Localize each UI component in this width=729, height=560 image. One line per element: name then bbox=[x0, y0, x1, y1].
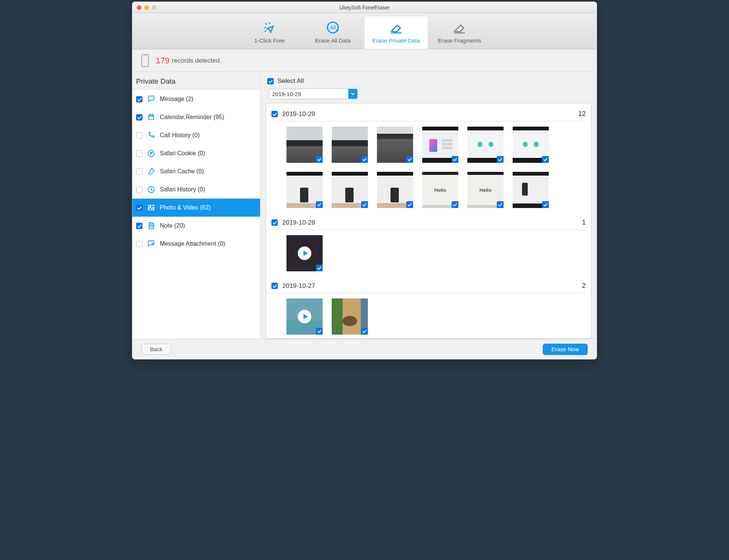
sidebar-item-checkbox[interactable] bbox=[136, 223, 142, 229]
group-date: 2019-10-29 bbox=[282, 110, 315, 118]
group-count: 1 bbox=[582, 219, 586, 226]
group-checkbox[interactable] bbox=[271, 283, 278, 289]
group-header: 2019-10-281 bbox=[271, 216, 586, 230]
note-icon bbox=[146, 221, 156, 231]
thumbnail[interactable] bbox=[332, 172, 368, 208]
sidebar-item-checkbox[interactable] bbox=[136, 96, 142, 103]
sidebar-item-msgattach[interactable]: Message Attachment (0) bbox=[132, 235, 260, 253]
eraser-icon bbox=[368, 20, 425, 35]
thumbnail-checkbox[interactable] bbox=[316, 156, 323, 163]
thumbnail[interactable] bbox=[332, 127, 368, 163]
sidebar-item-calendar[interactable]: Calendar,Reminder (95) bbox=[132, 108, 260, 126]
thumbnail[interactable]: Hello bbox=[422, 172, 458, 208]
sidebar-item-message[interactable]: Message (2) bbox=[132, 90, 260, 108]
sidebar-item-label: Message (2) bbox=[160, 96, 193, 103]
thumbnail[interactable] bbox=[422, 127, 458, 163]
sidebar-item-checkbox[interactable] bbox=[136, 241, 142, 247]
thumbnail[interactable] bbox=[467, 127, 504, 163]
chevron-down-icon bbox=[348, 89, 357, 99]
thumbnail-checkbox[interactable] bbox=[316, 265, 323, 271]
thumbnail[interactable]: Hello bbox=[467, 172, 504, 208]
thumbnail[interactable] bbox=[513, 127, 549, 163]
footer: Back Erase Now bbox=[132, 339, 597, 359]
thumbnail[interactable] bbox=[286, 172, 323, 208]
thumbnail-checkbox[interactable] bbox=[361, 328, 368, 335]
thumbnail-scroll-area[interactable]: 2019-10-2912HelloHello2019-10-2812019-10… bbox=[266, 103, 591, 339]
sidebar: Private Data Message (2)Calendar,Reminde… bbox=[132, 72, 260, 339]
compass-icon bbox=[146, 148, 156, 158]
erase-now-button[interactable]: Erase Now bbox=[543, 344, 588, 355]
sidebar-item-callhist[interactable]: Call History (0) bbox=[132, 126, 260, 144]
brush-icon bbox=[146, 167, 156, 176]
thumbnail-checkbox[interactable] bbox=[316, 328, 323, 335]
select-all-checkbox[interactable] bbox=[267, 78, 274, 84]
tab-erase-private-data[interactable]: Erase Private Data bbox=[364, 16, 428, 49]
group-checkbox[interactable] bbox=[271, 219, 278, 226]
calendar-icon bbox=[146, 112, 156, 122]
cursor-click-icon bbox=[241, 20, 298, 35]
svg-point-2 bbox=[336, 29, 338, 31]
thumbnail-checkbox[interactable] bbox=[452, 156, 458, 163]
date-filter-select[interactable]: 2019-10-29 bbox=[269, 89, 358, 99]
photo-group: 2019-10-2912HelloHello bbox=[271, 107, 586, 208]
sidebar-item-label: Calendar,Reminder (95) bbox=[160, 114, 224, 121]
image-icon bbox=[146, 203, 156, 213]
group-header: 2019-10-2912 bbox=[271, 107, 586, 121]
thumbnail[interactable] bbox=[377, 172, 413, 208]
thumbnail-checkbox[interactable] bbox=[316, 201, 323, 208]
eraser-outline-icon bbox=[431, 20, 488, 35]
thumbnail-checkbox[interactable] bbox=[497, 201, 504, 208]
sidebar-item-checkbox[interactable] bbox=[136, 150, 142, 157]
thumbnail-checkbox[interactable] bbox=[542, 156, 549, 163]
app-title: UkeySoft FoneEraser bbox=[132, 5, 597, 11]
attachment-icon bbox=[146, 239, 156, 249]
sidebar-item-photovid[interactable]: Photo & Video (62) bbox=[132, 199, 260, 217]
thumbnail[interactable] bbox=[286, 298, 323, 335]
main-area: Private Data Message (2)Calendar,Reminde… bbox=[132, 72, 597, 339]
sidebar-item-checkbox[interactable] bbox=[136, 132, 142, 139]
thumb-row: HelloHello bbox=[271, 127, 586, 208]
sidebar-item-cache[interactable]: Safari Cache (0) bbox=[132, 162, 260, 181]
sidebar-item-checkbox[interactable] bbox=[136, 168, 142, 175]
sidebar-item-label: Photo & Video (62) bbox=[160, 204, 211, 211]
content-pane: Select All 2019-10-29 2019-10-2912HelloH… bbox=[260, 72, 597, 339]
thumbnail[interactable] bbox=[286, 235, 323, 271]
sidebar-item-checkbox[interactable] bbox=[136, 114, 142, 121]
thumbnail[interactable] bbox=[286, 127, 323, 163]
thumbnail-checkbox[interactable] bbox=[452, 201, 458, 208]
tab-erase-all-data[interactable]: All Erase All Data bbox=[301, 16, 364, 49]
tab-label: Erase All Data bbox=[304, 37, 361, 44]
tab-label: 1-Click Free bbox=[241, 37, 298, 44]
thumbnail-checkbox[interactable] bbox=[497, 156, 504, 163]
sidebar-item-note[interactable]: Note (20) bbox=[132, 217, 260, 235]
clock-icon bbox=[146, 185, 156, 194]
select-all-label: Select All bbox=[277, 77, 304, 85]
content-header: Select All bbox=[266, 76, 591, 89]
back-button[interactable]: Back bbox=[141, 344, 171, 355]
sidebar-item-history[interactable]: Safari History (0) bbox=[132, 181, 260, 199]
sidebar-item-label: Call History (0) bbox=[160, 132, 200, 139]
thumbnail[interactable] bbox=[332, 298, 368, 335]
titlebar: UkeySoft FoneEraser bbox=[132, 2, 597, 13]
erase-all-icon: All bbox=[304, 20, 361, 35]
group-count: 12 bbox=[578, 110, 586, 118]
tab-1click-free[interactable]: 1-Click Free bbox=[238, 16, 301, 49]
thumbnail-checkbox[interactable] bbox=[542, 201, 549, 208]
thumbnail[interactable] bbox=[377, 127, 413, 163]
device-icon bbox=[141, 54, 149, 67]
group-checkbox[interactable] bbox=[271, 111, 278, 117]
sidebar-item-checkbox[interactable] bbox=[136, 187, 142, 193]
sidebar-item-checkbox[interactable] bbox=[136, 205, 142, 211]
thumbnail-checkbox[interactable] bbox=[361, 201, 368, 208]
thumb-row bbox=[271, 235, 586, 271]
sidebar-item-cookie[interactable]: Safari Cookie (0) bbox=[132, 144, 260, 162]
thumbnail-checkbox[interactable] bbox=[406, 156, 413, 163]
thumbnail-checkbox[interactable] bbox=[361, 156, 368, 163]
sidebar-item-label: Safari Cache (0) bbox=[160, 168, 204, 175]
app-window: UkeySoft FoneEraser 1-Click Free All Era… bbox=[132, 2, 597, 360]
tab-erase-fragments[interactable]: Erase Fragments bbox=[428, 16, 491, 49]
sidebar-title: Private Data bbox=[132, 72, 260, 90]
tab-label: Erase Fragments bbox=[431, 37, 488, 44]
thumbnail-checkbox[interactable] bbox=[406, 201, 413, 208]
thumbnail[interactable] bbox=[513, 172, 549, 208]
